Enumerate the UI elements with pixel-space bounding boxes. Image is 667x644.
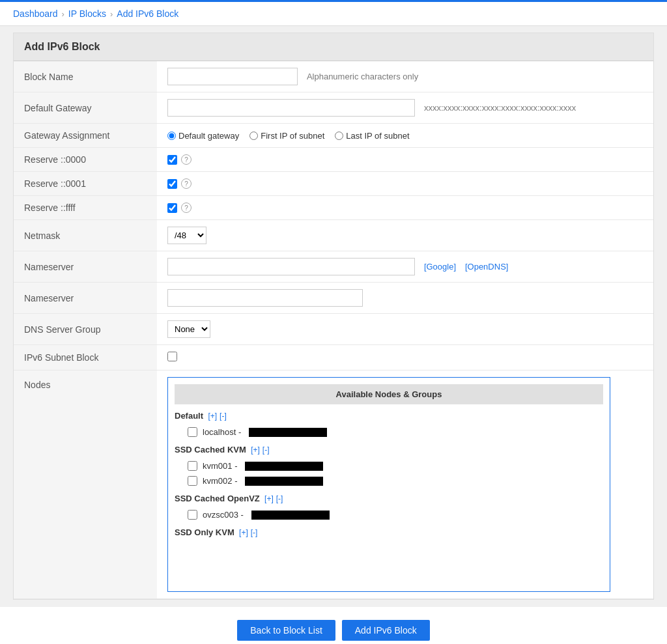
- nodes-header: Available Nodes & Groups: [175, 384, 603, 404]
- breadcrumb-current: Add IPv6 Block: [117, 8, 178, 19]
- cell-block-name: Alphanumeric characters only: [157, 61, 653, 92]
- group-default-remove-link[interactable]: [-]: [220, 412, 227, 421]
- node-localhost-redacted: [249, 428, 327, 437]
- reserve-ffff-row: ?: [167, 203, 643, 213]
- cell-dns-server-group: None: [157, 314, 653, 345]
- radio-last-ip-label[interactable]: Last IP of subnet: [335, 131, 409, 141]
- row-block-name: Block Name Alphanumeric characters only: [14, 61, 653, 92]
- label-netmask: Netmask: [14, 220, 157, 251]
- breadcrumb-ipblocks[interactable]: IP Blocks: [68, 8, 106, 19]
- block-name-input[interactable]: [167, 68, 298, 85]
- node-kvm002-checkbox[interactable]: [188, 476, 197, 486]
- label-reserve-0001: Reserve ::0001: [14, 172, 157, 196]
- row-reserve-ffff: Reserve ::ffff ?: [14, 196, 653, 220]
- cell-nodes: Available Nodes & Groups Default [+] [-]…: [157, 371, 653, 599]
- add-ipv6-block-button[interactable]: Add IPv6 Block: [342, 620, 430, 641]
- cell-nameserver1: [Google] [OpenDNS]: [157, 251, 653, 283]
- breadcrumb-dashboard[interactable]: Dashboard: [13, 8, 58, 19]
- row-nameserver2: Nameserver: [14, 283, 653, 314]
- label-nodes: Nodes: [14, 371, 157, 599]
- dns-server-group-select[interactable]: None: [167, 320, 210, 338]
- reserve-0000-row: ?: [167, 154, 643, 165]
- node-kvm002-redacted: [245, 477, 323, 486]
- nameserver1-input[interactable]: [167, 258, 415, 275]
- row-ipv6-subnet: IPv6 Subnet Block: [14, 345, 653, 371]
- label-reserve-0000: Reserve ::0000: [14, 148, 157, 172]
- group-header-ssd-kvm: SSD Cached KVM [+] [-]: [175, 445, 603, 455]
- cell-nameserver2: [157, 283, 653, 314]
- netmask-select[interactable]: /48 /64 /96 /112 /120 /124 /126 /127 /12…: [167, 227, 206, 244]
- label-reserve-ffff: Reserve ::ffff: [14, 196, 157, 220]
- radio-first-ip[interactable]: [249, 132, 258, 140]
- main-panel: Add IPv6 Block Block Name Alphanumeric c…: [13, 33, 654, 600]
- nodes-scroll-area[interactable]: Available Nodes & Groups Default [+] [-]…: [168, 378, 610, 591]
- cell-ipv6-subnet: [157, 345, 653, 371]
- breadcrumb: Dashboard › IP Blocks › Add IPv6 Block: [0, 0, 667, 26]
- node-ovzsc003-label: ovzsc003 -: [203, 510, 244, 520]
- cell-reserve-ffff: ?: [157, 196, 653, 220]
- cell-reserve-0000: ?: [157, 148, 653, 172]
- gateway-input[interactable]: [167, 99, 415, 117]
- cell-gateway-assignment: Default gateway First IP of subnet Last …: [157, 124, 653, 148]
- page-title: Add IPv6 Block: [14, 33, 653, 61]
- reserve-0000-checkbox[interactable]: [167, 155, 177, 165]
- group-name-default: Default: [175, 411, 203, 421]
- radio-first-ip-text: First IP of subnet: [261, 131, 324, 141]
- group-ssd-openvz-remove-link[interactable]: [-]: [276, 494, 283, 503]
- group-name-ssd-kvm: SSD Cached KVM: [175, 445, 246, 455]
- reserve-0001-checkbox[interactable]: [167, 179, 177, 189]
- group-ssd-only-kvm-add-link[interactable]: [+]: [237, 528, 248, 537]
- group-default-add-link[interactable]: [+]: [206, 412, 217, 421]
- group-ssd-kvm-add-link[interactable]: [+]: [249, 445, 260, 455]
- back-to-block-list-button[interactable]: Back to Block List: [237, 620, 335, 641]
- row-reserve-0000: Reserve ::0000 ?: [14, 148, 653, 172]
- gateway-hint: xxxx:xxxx:xxxx:xxxx:xxxx:xxxx:xxxx:xxxx: [424, 103, 576, 113]
- radio-default-gateway[interactable]: [167, 132, 176, 140]
- node-item-kvm002: kvm002 -: [175, 473, 603, 488]
- nodes-container: Available Nodes & Groups Default [+] [-]…: [167, 377, 610, 592]
- row-nameserver1: Nameserver [Google] [OpenDNS]: [14, 251, 653, 283]
- nameserver2-input[interactable]: [167, 289, 363, 307]
- node-kvm001-checkbox[interactable]: [188, 461, 197, 471]
- row-dns-server-group: DNS Server Group None: [14, 314, 653, 345]
- radio-default-gateway-label[interactable]: Default gateway: [167, 131, 239, 141]
- row-nodes: Nodes Available Nodes & Groups Default […: [14, 371, 653, 599]
- group-ssd-only-kvm-remove-link[interactable]: [-]: [251, 528, 258, 537]
- node-localhost-label: localhost -: [203, 427, 241, 437]
- cell-netmask: /48 /64 /96 /112 /120 /124 /126 /127 /12…: [157, 220, 653, 251]
- form-table: Block Name Alphanumeric characters only …: [14, 61, 653, 599]
- label-block-name: Block Name: [14, 61, 157, 92]
- reserve-ffff-checkbox[interactable]: [167, 203, 177, 213]
- node-kvm001-label: kvm001 -: [203, 461, 237, 471]
- node-localhost-checkbox[interactable]: [188, 427, 197, 437]
- reserve-ffff-info-icon[interactable]: ?: [181, 203, 192, 213]
- breadcrumb-sep-2: ›: [110, 9, 113, 19]
- node-item-localhost: localhost -: [175, 425, 603, 440]
- label-ipv6-subnet: IPv6 Subnet Block: [14, 345, 157, 371]
- cell-default-gateway: xxxx:xxxx:xxxx:xxxx:xxxx:xxxx:xxxx:xxxx: [157, 92, 653, 124]
- group-name-ssd-openvz: SSD Cached OpenVZ: [175, 494, 260, 503]
- node-ovzsc003-redacted: [251, 511, 330, 520]
- reserve-0001-row: ?: [167, 178, 643, 189]
- radio-last-ip[interactable]: [335, 132, 343, 140]
- node-kvm002-label: kvm002 -: [203, 476, 237, 486]
- bottom-bar: Back to Block List Add IPv6 Block: [0, 606, 667, 644]
- node-item-kvm001: kvm001 -: [175, 458, 603, 473]
- group-ssd-openvz-add-link[interactable]: [+]: [263, 494, 274, 503]
- reserve-0000-info-icon[interactable]: ?: [181, 154, 192, 165]
- radio-default-gateway-text: Default gateway: [178, 131, 239, 141]
- google-dns-link[interactable]: [Google]: [424, 262, 456, 272]
- group-header-default: Default [+] [-]: [175, 411, 603, 421]
- group-ssd-kvm-remove-link[interactable]: [-]: [263, 445, 270, 455]
- ipv6-subnet-checkbox[interactable]: [167, 352, 177, 361]
- label-nameserver1: Nameserver: [14, 251, 157, 283]
- radio-first-ip-label[interactable]: First IP of subnet: [249, 131, 324, 141]
- label-dns-server-group: DNS Server Group: [14, 314, 157, 345]
- group-name-ssd-only-kvm: SSD Only KVM: [175, 527, 234, 537]
- opendns-link[interactable]: [OpenDNS]: [465, 262, 508, 272]
- reserve-0001-info-icon[interactable]: ?: [181, 178, 192, 189]
- breadcrumb-sep-1: ›: [62, 9, 64, 19]
- row-reserve-0001: Reserve ::0001 ?: [14, 172, 653, 196]
- label-default-gateway: Default Gateway: [14, 92, 157, 124]
- node-ovzsc003-checkbox[interactable]: [188, 510, 197, 520]
